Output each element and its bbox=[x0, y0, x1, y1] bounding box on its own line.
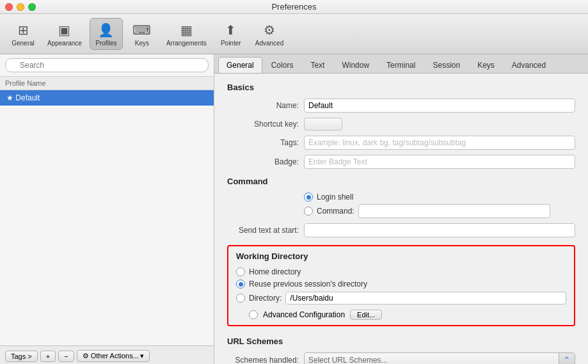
tab-colors[interactable]: Colors bbox=[263, 57, 302, 73]
profile-name-header: Profile Name bbox=[0, 77, 214, 90]
directory-radio[interactable] bbox=[236, 294, 245, 303]
tab-bar: General Colors Text Window Terminal Sess… bbox=[214, 54, 588, 74]
send-text-input[interactable] bbox=[304, 223, 575, 237]
command-section-title: Command bbox=[227, 177, 575, 186]
sidebar-bottom-bar: Tags > + − ⚙ Other Actions... ▾ bbox=[0, 345, 214, 364]
badge-row: Badge: bbox=[227, 155, 575, 169]
tab-terminal[interactable]: Terminal bbox=[378, 57, 424, 73]
tags-label: Tags: bbox=[227, 138, 304, 147]
minimize-button[interactable] bbox=[17, 3, 24, 11]
working-dir-radio-group: Home directory Reuse previous session's … bbox=[236, 267, 566, 305]
send-text-field-wrapper bbox=[304, 223, 575, 237]
home-dir-radio[interactable] bbox=[236, 267, 245, 276]
search-input[interactable] bbox=[5, 58, 209, 72]
appearance-icon: ▣ bbox=[56, 21, 74, 39]
home-dir-option[interactable]: Home directory bbox=[236, 267, 566, 276]
schemes-label: Schemes handled: bbox=[227, 356, 304, 364]
title-bar: Preferences bbox=[0, 0, 588, 14]
profile-default-label: ★ Default bbox=[6, 93, 40, 102]
shortcut-row: Shortcut key: ⌃ bbox=[227, 118, 575, 131]
badge-field-wrapper bbox=[304, 155, 575, 169]
toolbar: ⊞ General ▣ Appearance 👤 Profiles ⌨ Keys… bbox=[0, 14, 588, 54]
sidebar-search-area: 🔍 bbox=[0, 54, 214, 77]
directory-input[interactable] bbox=[285, 292, 566, 305]
toolbar-keys[interactable]: ⌨ Keys bbox=[125, 19, 159, 49]
tags-input[interactable] bbox=[304, 136, 575, 150]
advanced-config-row: Advanced Configuration Edit... bbox=[236, 310, 566, 320]
profiles-icon: 👤 bbox=[97, 21, 115, 39]
url-schemes-title: URL Schemes bbox=[227, 336, 575, 346]
sidebar: 🔍 Profile Name ★ Default Tags > + − ⚙ Ot… bbox=[0, 54, 214, 364]
command-input[interactable] bbox=[358, 204, 550, 218]
reuse-session-label: Reuse previous session's directory bbox=[249, 280, 367, 289]
advanced-icon: ⚙ bbox=[260, 21, 278, 39]
adv-config-radio[interactable] bbox=[249, 310, 258, 319]
add-profile-button[interactable]: + bbox=[40, 351, 56, 362]
tab-advanced[interactable]: Advanced bbox=[504, 57, 554, 73]
badge-input[interactable] bbox=[304, 155, 575, 169]
tab-window[interactable]: Window bbox=[333, 57, 377, 73]
toolbar-appearance-label: Appearance bbox=[47, 40, 82, 47]
toolbar-keys-label: Keys bbox=[135, 40, 149, 47]
login-shell-option[interactable]: Login shell bbox=[304, 193, 550, 202]
url-schemes-section: URL Schemes Schemes handled: Select URL … bbox=[227, 336, 575, 364]
toolbar-pointer[interactable]: ⬆ Pointer bbox=[214, 19, 248, 49]
main-content: 🔍 Profile Name ★ Default Tags > + − ⚙ Ot… bbox=[0, 54, 588, 364]
toolbar-profiles-label: Profiles bbox=[95, 40, 116, 47]
toolbar-appearance[interactable]: ▣ Appearance bbox=[42, 19, 87, 49]
tags-button[interactable]: Tags > bbox=[5, 351, 38, 362]
tab-general[interactable]: General bbox=[218, 57, 262, 73]
profile-item-default[interactable]: ★ Default bbox=[0, 90, 214, 106]
shortcut-label: Shortcut key: bbox=[227, 120, 304, 129]
tab-keys[interactable]: Keys bbox=[469, 57, 503, 73]
shortcut-select[interactable] bbox=[304, 118, 342, 131]
working-directory-section: Working Directory Home directory Reuse p… bbox=[227, 245, 575, 326]
pointer-icon: ⬆ bbox=[222, 21, 240, 39]
send-text-label: Send text at start: bbox=[227, 226, 304, 235]
directory-option[interactable]: Directory: bbox=[236, 292, 566, 305]
name-input[interactable] bbox=[304, 99, 575, 113]
keys-icon: ⌨ bbox=[133, 21, 151, 39]
command-radio-row: Login shell Command: bbox=[227, 193, 575, 218]
tags-field-wrapper bbox=[304, 136, 575, 150]
url-schemes-select[interactable]: Select URL Schemes... bbox=[305, 354, 559, 364]
toolbar-arrangements[interactable]: ▦ Arrangements bbox=[161, 19, 212, 49]
name-field-wrapper bbox=[304, 99, 575, 113]
maximize-button[interactable] bbox=[28, 3, 36, 11]
window-title: Preferences bbox=[271, 2, 316, 12]
command-option[interactable]: Command: bbox=[304, 204, 550, 218]
toolbar-profiles[interactable]: 👤 Profiles bbox=[90, 18, 123, 50]
toolbar-pointer-label: Pointer bbox=[221, 40, 241, 47]
home-dir-label: Home directory bbox=[249, 267, 301, 276]
command-radio[interactable] bbox=[304, 207, 313, 216]
url-schemes-row: Schemes handled: Select URL Schemes... ⌃ bbox=[227, 352, 575, 364]
edit-button[interactable]: Edit... bbox=[350, 310, 382, 320]
login-shell-label: Login shell bbox=[317, 193, 353, 202]
command-radio-group: Login shell Command: bbox=[304, 193, 550, 218]
close-button[interactable] bbox=[5, 3, 13, 11]
basics-section-title: Basics bbox=[227, 83, 575, 92]
other-actions-arrow-icon: ▾ bbox=[140, 352, 144, 360]
other-actions-label: ⚙ Other Actions... bbox=[83, 352, 139, 360]
other-actions-button[interactable]: ⚙ Other Actions... ▾ bbox=[77, 350, 150, 362]
remove-profile-button[interactable]: − bbox=[58, 351, 74, 362]
login-shell-radio[interactable] bbox=[304, 193, 313, 202]
reuse-session-radio[interactable] bbox=[236, 280, 245, 289]
name-row: Name: bbox=[227, 99, 575, 113]
tags-row: Tags: bbox=[227, 136, 575, 150]
send-text-row: Send text at start: bbox=[227, 223, 575, 237]
url-select-wrapper: Select URL Schemes... ⌃ bbox=[304, 352, 575, 364]
directory-label: Directory: bbox=[249, 294, 282, 303]
reuse-session-option[interactable]: Reuse previous session's directory bbox=[236, 280, 566, 289]
traffic-lights[interactable] bbox=[5, 3, 36, 11]
name-label: Name: bbox=[227, 101, 304, 110]
tab-session[interactable]: Session bbox=[424, 57, 468, 73]
toolbar-arrangements-label: Arrangements bbox=[166, 40, 207, 47]
profile-list: ★ Default bbox=[0, 90, 214, 345]
panel-content: Basics Name: Shortcut key: ⌃ Tags: bbox=[214, 74, 588, 364]
toolbar-advanced[interactable]: ⚙ Advanced bbox=[250, 19, 289, 49]
tab-text[interactable]: Text bbox=[302, 57, 333, 73]
toolbar-general[interactable]: ⊞ General bbox=[6, 19, 40, 49]
url-dropdown-arrow-icon[interactable]: ⌃ bbox=[559, 353, 575, 364]
toolbar-advanced-label: Advanced bbox=[255, 40, 283, 47]
